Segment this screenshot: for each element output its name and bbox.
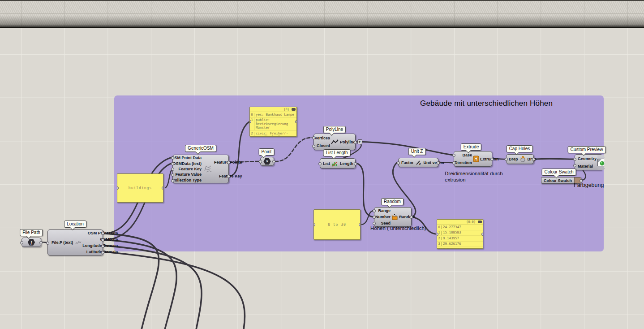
polyline-icon	[331, 139, 339, 145]
component-polyline[interactable]: Vertices Closed Polyline ▼	[313, 134, 356, 150]
file-path-output-port[interactable]	[39, 241, 43, 244]
extrude-input-port-base[interactable]	[452, 154, 455, 157]
component-genericosm[interactable]: OSM Point Data OSMData (text) Feature Ke…	[172, 155, 229, 183]
genericosm-input-label: Collection Type	[171, 178, 202, 182]
preview-input-label: Geometry	[577, 156, 597, 161]
cap-holes-icon	[519, 156, 526, 162]
point-output-port[interactable]	[272, 160, 275, 163]
unitz-input-port[interactable]	[397, 161, 400, 164]
panel-buildings[interactable]: buildings	[117, 173, 163, 203]
genericosm-input-label: OSMData (text)	[172, 161, 202, 166]
wire-capholes-preview-geometry[interactable]	[535, 159, 573, 159]
genericosm-input-label: Feature Value	[174, 172, 202, 177]
listlength-input-label: List	[320, 161, 331, 166]
range-panel-text: 0 to 30	[314, 210, 360, 239]
component-extrude[interactable]: Base Direction Extrusion	[454, 151, 492, 167]
panel-row: 1public: Bezirksregierung Münster	[250, 118, 296, 131]
location-output-port-longitude[interactable]	[101, 245, 104, 248]
polyline-input-port-closed[interactable]	[312, 145, 315, 148]
note-coloring: Farbgebung	[574, 182, 604, 189]
tag-file-path: File Path	[20, 229, 43, 236]
polyline-expand-button[interactable]: ▼	[357, 139, 362, 144]
component-unit-z[interactable]: Factor z Unit vector	[398, 158, 438, 167]
genericosm-input-port-featurevalue[interactable]	[171, 173, 174, 177]
component-file-path[interactable]: ƒ	[21, 238, 41, 247]
unit-z-icon: z	[416, 160, 422, 165]
panel-row: 024.277347	[437, 225, 483, 230]
tag-custom-preview: Custom Preview	[568, 146, 606, 153]
location-output-port-osmpointdata[interactable]	[101, 232, 104, 235]
grasshopper-canvas[interactable]: Gebäude mit unterschiedlichen Höhen ƒ Fi…	[0, 0, 644, 329]
component-point[interactable]: ×	[260, 157, 274, 166]
panel-row: 29.143957	[437, 236, 483, 242]
note-heights: Höhen ( unterschiedlich)	[370, 225, 426, 232]
genericosm-input-port-osmdata[interactable]	[171, 162, 174, 165]
random-icon	[391, 214, 398, 220]
range-panel-output-port[interactable]	[359, 223, 361, 226]
panel-row: 115.108583	[437, 230, 483, 236]
panel-tags[interactable]: {0} 0yes: Bankhaus Lampe 1public: Bezirk…	[249, 107, 297, 137]
panel-row: 0yes: Bankhaus Lampe	[250, 112, 296, 118]
tag-location: Location	[64, 221, 86, 228]
capholes-input-port[interactable]	[505, 158, 508, 161]
tags-panel-output-port[interactable]	[295, 120, 297, 123]
genericosm-output-port-featurepoints[interactable]	[227, 161, 230, 164]
location-output-port-osmdata[interactable]	[101, 238, 104, 242]
panel-values[interactable]: {0;0} 024.277347 115.108583 29.143957 32…	[437, 219, 483, 249]
tag-list-length: List Length	[323, 149, 351, 156]
polyline-input-label: Vertices	[313, 136, 331, 140]
location-input-label: File.P (text)	[51, 240, 74, 245]
genericosm-input-port-collectiontype[interactable]	[171, 179, 174, 182]
location-output-label: Longitude Domain	[82, 243, 119, 248]
component-list-length[interactable]: List Length	[320, 158, 356, 169]
unitz-input-label: Factor	[399, 160, 415, 165]
canvas-top-strip	[0, 0, 644, 28]
values-panel-output-port[interactable]	[481, 233, 483, 236]
capholes-output-port[interactable]	[532, 158, 535, 161]
tag-point: Point	[259, 148, 275, 156]
file-path-input-port[interactable]	[20, 241, 23, 244]
location-output-port-latitude[interactable]	[101, 251, 104, 254]
location-input-port[interactable]	[46, 242, 49, 245]
values-panel-scroll-thumb[interactable]	[478, 221, 482, 223]
file-path-icon: ƒ	[28, 239, 35, 246]
genericosm-input-port-featurekey[interactable]	[171, 168, 174, 171]
genericosm-input-label: Feature Key	[177, 167, 202, 171]
buildings-panel-output-port[interactable]	[162, 186, 163, 190]
genericosm-input-port-osmpointdata[interactable]	[171, 156, 174, 160]
component-cap-holes[interactable]: Brep Brep	[506, 154, 534, 164]
listlength-input-port[interactable]	[318, 162, 322, 165]
polyline-input-label: Closed	[316, 143, 331, 148]
tag-colour-swatch: Colour Swatch	[541, 169, 576, 176]
buildings-panel-text: buildings	[117, 174, 163, 202]
preview-input-port-geometry[interactable]	[573, 158, 576, 161]
polyline-output-port[interactable]	[354, 141, 357, 144]
extrude-input-port-direction[interactable]	[452, 161, 455, 164]
listlength-output-port[interactable]	[354, 162, 357, 165]
component-custom-preview[interactable]: Geometry Material	[575, 154, 601, 170]
wire-rangepanel-random-range[interactable]	[362, 211, 373, 225]
tags-panel-scroll-thumb[interactable]	[292, 108, 296, 111]
extrude-output-port[interactable]	[490, 158, 494, 161]
genericosm-output-port-featurekey[interactable]	[227, 175, 230, 178]
capholes-input-label: Brep	[507, 157, 519, 161]
random-output-port[interactable]	[410, 216, 413, 219]
wire-point-polyline[interactable]	[275, 138, 312, 161]
random-input-port-seed[interactable]	[373, 222, 376, 225]
preview-input-port-material[interactable]	[573, 164, 576, 167]
random-input-port-number[interactable]	[373, 216, 376, 219]
random-input-port-range[interactable]	[373, 209, 376, 212]
wire-length-random-number[interactable]	[356, 163, 373, 217]
wire-polyline-extrude-base[interactable]	[356, 142, 453, 155]
point-input-port[interactable]	[259, 160, 262, 163]
panel-range[interactable]: 0 to 30	[313, 209, 361, 240]
polyline-input-port-vertices[interactable]	[312, 136, 315, 139]
panel-row: 329.626176	[437, 242, 483, 247]
component-location[interactable]: File.P (text) OSM Point Data OSMData Lon…	[47, 229, 103, 255]
random-input-label: Seed	[380, 221, 392, 225]
unitz-output-port[interactable]	[437, 161, 440, 164]
component-random[interactable]: Range Number Seed Random	[374, 207, 412, 227]
extrude-icon	[473, 156, 479, 162]
genericosm-output-label: Feature Key	[218, 174, 243, 178]
list-length-icon	[332, 160, 338, 167]
